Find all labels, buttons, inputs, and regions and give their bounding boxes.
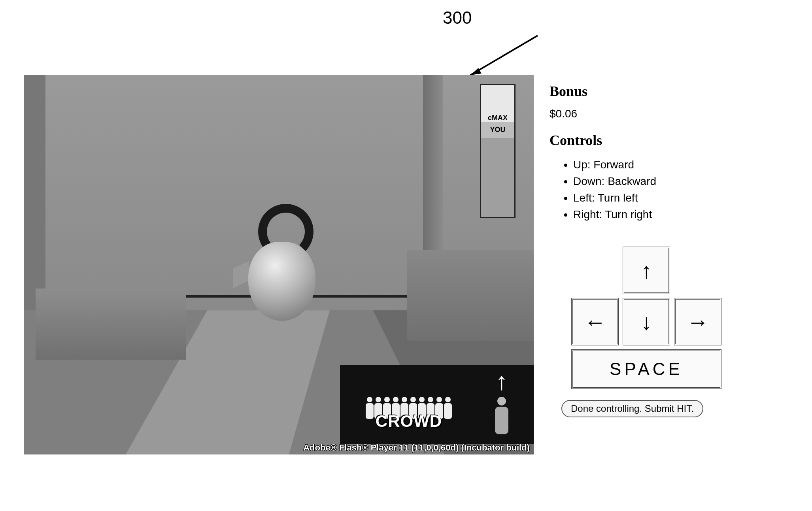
arrow-left-icon: ←: [584, 309, 606, 335]
key-down[interactable]: ↓: [623, 298, 670, 345]
controls-list: Up: Forward Down: Backward Left: Turn le…: [573, 157, 771, 223]
control-item-down: Down: Backward: [573, 173, 771, 190]
controls-heading: Controls: [550, 132, 771, 149]
submit-label: Done controlling. Submit HIT.: [571, 403, 694, 414]
meter-you-label: YOU: [490, 126, 505, 134]
main-layout: 6 cMAX YOU: [24, 75, 771, 454]
side-panel: Bonus $0.06 Controls Up: Forward Down: B…: [550, 75, 771, 454]
figure-number-label: 300: [443, 8, 472, 28]
meter-mid: YOU: [481, 122, 514, 138]
arrow-down-icon: ↓: [641, 309, 652, 335]
svg-line-0: [470, 36, 538, 75]
key-up[interactable]: ↑: [623, 247, 670, 294]
key-space[interactable]: SPACE: [571, 349, 721, 389]
crowd-label: CROWD: [376, 412, 442, 431]
scene-box-right: [407, 250, 534, 341]
up-arrow-icon: ↑: [496, 369, 508, 394]
key-left[interactable]: ←: [571, 298, 619, 345]
figure-arrow-icon: [463, 32, 542, 79]
you-indicator: ↑: [480, 369, 523, 440]
control-item-right: Right: Turn right: [573, 206, 771, 223]
meter-value: 6: [487, 75, 525, 77]
arrow-up-icon: ↑: [641, 258, 652, 283]
crowd-status-overlay: CROWD ↑: [340, 365, 534, 444]
video-feed-panel: 6 cMAX YOU: [24, 75, 534, 454]
meter-upper: cMAX: [481, 85, 514, 122]
scene-kettle-body: [248, 242, 315, 321]
space-label: SPACE: [610, 359, 683, 379]
scene-box-left: [36, 288, 186, 360]
crowd-group: CROWD: [346, 373, 472, 436]
bonus-value: $0.06: [550, 107, 771, 120]
meter-lower: [481, 138, 514, 217]
meter-max-label: cMAX: [488, 114, 508, 122]
key-right[interactable]: →: [674, 298, 721, 345]
control-item-left: Left: Turn left: [573, 190, 771, 206]
flash-version-text: Adobe® Flash® Player 11 (11,0,0,60d) (In…: [303, 443, 530, 453]
bonus-heading: Bonus: [550, 83, 771, 100]
you-person-icon: [495, 397, 508, 434]
control-item-up: Up: Forward: [573, 157, 771, 173]
score-meter: 6 cMAX YOU: [487, 79, 525, 217]
arrow-right-icon: →: [687, 309, 709, 335]
arrow-keypad: ↑ ← ↓ → SPACE: [561, 247, 731, 389]
submit-hit-button[interactable]: Done controlling. Submit HIT.: [561, 400, 703, 417]
